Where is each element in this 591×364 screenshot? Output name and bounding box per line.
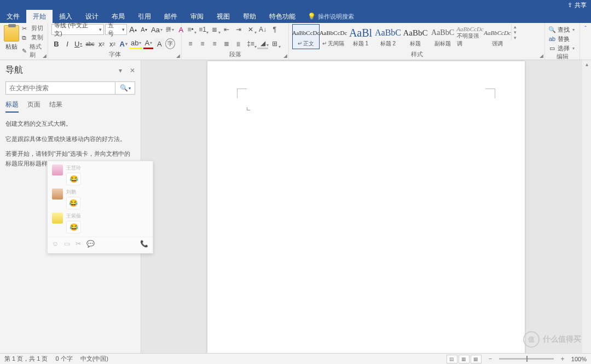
select-button[interactable]: ▭选择▾ [548,44,575,52]
text-effects-button[interactable]: A [119,38,129,49]
zoom-level[interactable]: 100% [571,356,587,362]
style-tile-标题1[interactable]: AaBl标题 1 [347,24,374,49]
enclose-char-button[interactable]: 字 [165,38,175,49]
read-mode-button[interactable]: ▤ [447,355,457,363]
group-paragraph: ≡• ≡1 ≣ ⇤ ⇥ ✕ A↓ ¶ ≡ ≡ ≡ ≣ ⫼ ‡≡ ◢ ⊞ 段落 ◢ [182,23,289,60]
style-tile-不明显强调[interactable]: AaBbCcDc不明显强调 [456,24,484,49]
replace-button[interactable]: ab替换 [548,34,570,43]
menu-tab-视图[interactable]: 视图 [210,10,236,23]
styles-scroll-1[interactable]: ▾ [512,30,519,35]
align-right-button[interactable]: ≡ [209,38,220,49]
clipboard-dialog-launcher[interactable]: ◢ [43,53,47,58]
style-tile-标题2[interactable]: AaBbC标题 2 [374,24,402,49]
chat-chat-button[interactable]: 💬 [86,240,95,248]
font-dialog-launcher[interactable]: ◢ [176,53,180,58]
nav-search-box[interactable]: 🔍▾ [5,81,135,95]
zoom-slider[interactable] [499,358,554,360]
font-color-button[interactable]: A [143,38,153,49]
borders-button[interactable]: ⊞ [269,38,280,49]
style-tile-↵正文[interactable]: AaBbCcDc↵ 正文 [292,24,320,49]
asian-layout-button[interactable]: ✕ [245,24,256,35]
style-tile-标题[interactable]: AaBbC标题 [402,24,429,49]
chat-folder-button[interactable]: ▭ [64,240,70,248]
laugh-cry-emoji: 😂 [69,223,78,231]
sort-button[interactable]: A↓ [257,24,268,35]
find-button[interactable]: 🔍查找▾ [548,25,575,34]
menu-tab-引用[interactable]: 引用 [131,10,158,23]
nav-tab-结果[interactable]: 结果 [49,100,62,113]
scroll-up-button[interactable]: ▴ [582,60,591,68]
menu-tab-邮件[interactable]: 邮件 [158,10,184,23]
tell-me-search[interactable]: 💡 操作说明搜索 [302,10,360,23]
bold-button[interactable]: B [51,38,61,49]
change-case-button[interactable]: Aa [150,24,164,35]
subscript-button[interactable]: x2 [97,38,107,49]
cut-button[interactable]: 剪切 [22,24,44,32]
font-name-select[interactable]: 等线 (中文正文) [51,24,104,35]
styles-scroll-2[interactable]: ▾ [512,35,519,40]
group-clipboard: 粘贴 剪切 复制 格式刷 剪贴板 ◢ [0,23,48,60]
styles-scroll-0[interactable]: ▴ [512,24,519,30]
style-tile-强调[interactable]: AaBbCcDc强调 [484,24,511,49]
font-size-select[interactable]: 五号 [105,24,127,35]
style-tile-副标题[interactable]: AaBbC副标题 [429,24,456,49]
menu-tab-开始[interactable]: 开始 [26,10,53,23]
chat-overlay: 王慧玲😂刘鹏😂王紫薇😂😂 ☺ ▭ ✂ 💬 📞 [47,161,153,254]
line-spacing-button[interactable]: ‡≡ [245,38,256,49]
chat-call-button[interactable]: 📞 [140,240,148,248]
italic-button[interactable]: I [62,38,72,49]
shrink-font-button[interactable]: A▾ [139,24,149,35]
nav-dropdown-button[interactable]: ▾ [119,67,122,74]
underline-button[interactable]: U [73,38,83,49]
increase-indent-button[interactable]: ⇥ [233,24,244,35]
show-marks-button[interactable]: ¶ [269,24,280,35]
status-word-count[interactable]: 0 个字 [55,355,72,363]
share-button[interactable]: ⇪ 共享 [567,1,587,9]
print-layout-button[interactable]: ▦ [459,355,470,363]
nav-tab-标题[interactable]: 标题 [5,100,19,113]
zoom-in-button[interactable]: ＋ [559,354,566,363]
decrease-indent-button[interactable]: ⇤ [221,24,232,35]
align-center-button[interactable]: ≡ [197,38,208,49]
char-shading-button[interactable]: A [154,38,164,49]
menu-tab-审阅[interactable]: 审阅 [184,10,210,23]
justify-button[interactable]: ≣ [221,38,232,49]
menu-tab-特色功能[interactable]: 特色功能 [263,10,302,23]
chat-sender-name: 王慧玲 [66,165,81,172]
copy-button[interactable]: 复制 [22,33,44,42]
grow-font-button[interactable]: A▴ [128,24,138,35]
ribbon-collapse-button[interactable]: ˆ [580,23,591,60]
document-canvas[interactable]: ▴ [141,60,591,353]
paste-button[interactable]: 粘贴 [3,24,20,51]
format-painter-button[interactable]: 格式刷 [22,43,44,59]
status-page[interactable]: 第 1 页，共 1 页 [4,355,48,363]
nav-search-input[interactable] [6,82,115,94]
nav-search-button[interactable]: 🔍▾ [115,82,135,94]
distribute-button[interactable]: ⫼ [233,38,244,49]
nav-tab-页面[interactable]: 页面 [27,100,40,113]
highlight-button[interactable]: ab [130,38,142,49]
strikethrough-button[interactable]: abc [84,38,95,49]
style-tile-↵无间隔[interactable]: AaBbCcDc↵ 无间隔 [320,24,347,49]
menu-tab-文件[interactable]: 文件 [0,10,26,23]
zoom-out-button[interactable]: － [487,354,494,363]
multilevel-list-button[interactable]: ≣ [209,24,220,35]
avatar [52,213,63,224]
status-language[interactable]: 中文(中国) [80,355,108,363]
menu-tab-帮助[interactable]: 帮助 [236,10,263,23]
page[interactable] [207,61,525,353]
vertical-scrollbar[interactable]: ▴ [582,60,591,353]
chat-emoji-button[interactable]: ☺ [52,240,59,248]
paragraph-dialog-launcher[interactable]: ◢ [283,53,287,58]
superscript-button[interactable]: x2 [108,38,118,49]
shading-button[interactable]: ◢ [257,38,268,49]
chat-scissors-button[interactable]: ✂ [76,240,81,248]
styles-dialog-launcher[interactable]: ◢ [540,53,543,58]
align-left-button[interactable]: ≡ [185,38,196,49]
ribbon: 粘贴 剪切 复制 格式刷 剪贴板 ◢ 等线 (中文正文) 五号 A▴ A▾ Aa… [0,23,591,60]
nav-close-button[interactable]: ✕ [130,67,135,74]
phonetic-guide-button[interactable]: 拼 [165,24,175,35]
web-layout-button[interactable]: ▩ [471,355,482,363]
numbering-button[interactable]: ≡1 [197,24,208,35]
bullets-button[interactable]: ≡• [185,24,196,35]
